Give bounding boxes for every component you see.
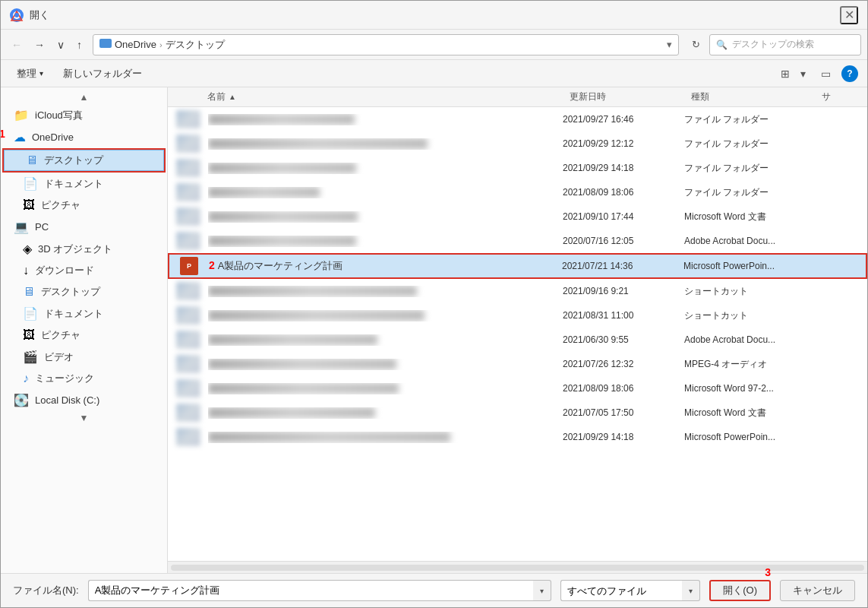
file-row[interactable]: 2021/09/10 17:44Microsoft Word 文書 [168,204,867,229]
svg-rect-3 [99,39,112,48]
file-row[interactable]: 2020/07/16 12:05Adobe Acrobat Docu... [168,229,867,253]
music-icon: ♪ [23,372,29,385]
file-icon-col [169,207,208,226]
col-header-size[interactable]: サ [822,90,867,103]
organize-button[interactable]: 整理 ▾ [10,64,50,84]
file-row[interactable]: P2A製品のマーケティング計画2021/07/21 14:36Microsoft… [168,253,867,279]
file-date: 2021/09/16 9:21 [563,286,684,296]
file-date: 2021/07/05 17:50 [563,407,684,418]
sidebar-item-documents2[interactable]: 📄 ドキュメント [1,302,167,325]
new-folder-button[interactable]: 新しいフォルダー [56,64,149,84]
sidebar-item-pc[interactable]: 💻 PC [1,216,167,238]
breadcrumb-onedrive: OneDrive [115,39,156,50]
file-name [208,383,563,394]
sidebar-item-downloads[interactable]: ↓ ダウンロード [1,260,167,281]
up-button[interactable]: ↑ [72,36,87,54]
view-grid-button[interactable]: ⊞ [776,65,794,83]
title-bar-left: 開く [10,8,49,22]
col-header-name[interactable]: 名前 ▲ [168,90,563,103]
file-name [208,407,563,419]
file-icon-col [169,232,208,250]
sidebar-item-desktop2[interactable]: 🖥 デスクトップ [1,281,167,302]
sidebar-item-videos[interactable]: 🎬 ビデオ [1,346,167,368]
file-row[interactable]: 2021/06/30 9:55Adobe Acrobat Docu... [168,328,867,352]
open-button[interactable]: 開く(O) [709,580,771,601]
file-type: ファイル フォルダー [684,113,821,126]
breadcrumb-bar[interactable]: OneDrive › デスクトップ ▾ [93,34,679,55]
file-icon-col [169,331,208,349]
forward-button[interactable]: → [30,36,49,54]
back-button[interactable]: ← [7,36,27,54]
file-type: ファイル フォルダー [684,138,821,150]
file-row[interactable]: 2021/08/31 11:00ショートカット [168,303,867,328]
sidebar-scroll-down[interactable]: ▼ [1,411,167,425]
pc-icon: 💻 [14,220,29,234]
sidebar-item-localdisk[interactable]: 💽 Local Disk (C:) [1,389,167,411]
file-list-scroll[interactable]: 2021/09/27 16:46ファイル フォルダー 2021/09/29 12… [168,107,867,561]
3dobjects-icon: ◈ [23,242,32,256]
sidebar-item-pictures[interactable]: 🖼 ピクチャ [1,195,167,216]
close-button[interactable]: ✕ [840,6,858,24]
view-dropdown-button[interactable]: ▾ [796,65,810,83]
file-date: 2020/07/16 12:05 [563,236,684,246]
file-icon-col [169,183,208,201]
annotation-3: 3 [765,566,771,578]
search-placeholder-text: デスクトップの検索 [732,38,814,51]
sort-arrow-icon: ▲ [229,93,236,101]
col-header-date[interactable]: 更新日時 [563,90,685,103]
file-row[interactable]: 2021/09/16 9:21ショートカット [168,279,867,303]
file-date: 2021/09/29 12:12 [563,138,684,149]
sidebar-item-3dobjects[interactable]: ◈ 3D オブジェクト [1,238,167,260]
file-type: Microsoft Word 97-2... [684,383,821,394]
sidebar-label-3dobjects: 3D オブジェクト [38,242,112,256]
onedrive-icon: ☁ [14,130,26,144]
filename-input[interactable] [88,580,534,601]
filename-dropdown-button[interactable]: ▾ [533,580,551,601]
sidebar-label-desktop2: デスクトップ [41,285,100,299]
sidebar-label-icloud: iCloud写真 [35,109,83,122]
sidebar-item-icloud[interactable]: 📁 iCloud写真 [1,104,167,126]
file-type: Adobe Acrobat Docu... [684,236,821,246]
downloads-icon: ↓ [23,264,29,277]
hscroll-track[interactable] [171,565,864,571]
file-row[interactable]: 2021/07/05 17:50Microsoft Word 文書 [168,401,867,425]
file-type: Microsoft PowerPoin... [684,432,821,442]
col-header-type[interactable]: 種類 [685,90,822,103]
refresh-button[interactable]: ↻ [685,34,706,55]
file-thumbnail [176,232,200,250]
sidebar-item-onedrive[interactable]: ☁ OneDrive [1,126,167,148]
selected-desktop-wrapper: 🖥 デスクトップ [2,148,166,173]
open-file-dialog: 開く ✕ ← → ∨ ↑ OneDrive › デスクトップ ▾ ↻ 🔍 デスク… [0,0,868,608]
annotation-1: 1 [1,128,5,140]
search-bar[interactable]: 🔍 デスクトップの検索 [709,34,861,55]
file-row[interactable]: 2021/09/29 12:12ファイル フォルダー [168,131,867,156]
file-row[interactable]: 2021/09/29 14:18Microsoft PowerPoin... [168,425,867,449]
documents-icon: 📄 [23,176,38,191]
breadcrumb-separator: › [159,40,163,49]
preview-pane-button[interactable]: ▭ [816,65,835,83]
sidebar-item-pictures2[interactable]: 🖼 ピクチャ [1,325,167,346]
sidebar-item-music[interactable]: ♪ ミュージック [1,368,167,389]
help-button[interactable]: ? [841,65,858,82]
horizontal-scrollbar[interactable] [168,561,867,573]
filetype-select[interactable]: すべてのファイル [560,580,682,601]
breadcrumb-chevron-icon: ▾ [667,39,672,50]
organize-dropdown-arrow: ▾ [39,69,43,78]
file-thumbnail [176,207,200,226]
file-row[interactable]: 2021/09/27 16:46ファイル フォルダー [168,107,867,131]
file-row[interactable]: 2021/07/26 12:32MPEG-4 オーディオ [168,352,867,376]
dialog-title: 開く [30,8,49,22]
sidebar-item-documents[interactable]: 📄 ドキュメント [1,173,167,195]
sidebar-item-desktop[interactable]: 🖥 デスクトップ [4,150,164,171]
file-row[interactable]: 2021/08/09 18:06Microsoft Word 97-2... [168,376,867,401]
file-type: ファイル フォルダー [684,162,821,175]
history-dropdown-button[interactable]: ∨ [52,36,69,54]
file-row[interactable]: 2021/08/09 18:06ファイル フォルダー [168,180,867,204]
pictures-icon: 🖼 [23,198,35,212]
file-row[interactable]: 2021/09/29 14:18ファイル フォルダー [168,156,867,180]
cancel-button[interactable]: キャンセル [780,580,855,601]
file-area: 名前 ▲ 更新日時 種類 サ 2021/09/27 16:46ファイル フォルダ [168,87,867,573]
onedrive-breadcrumb-icon [99,39,112,51]
sidebar-scroll-up[interactable]: ▲ [1,90,167,104]
filetype-dropdown-button[interactable]: ▾ [682,580,700,601]
